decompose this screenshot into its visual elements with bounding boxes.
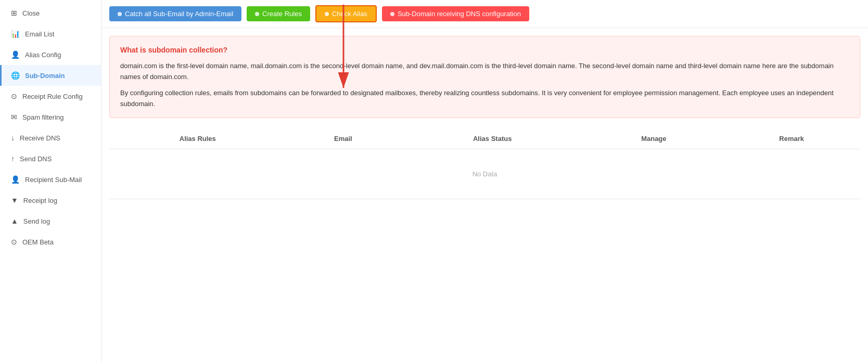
info-box: What is subdomain collection? domain.com… (109, 36, 860, 118)
sidebar-item-sub-domain[interactable]: 🌐 Sub-Domain (0, 65, 101, 86)
user-icon: 👤 (11, 50, 20, 59)
sidebar-item-spam-filter[interactable]: ✉ Spam filtering (0, 107, 101, 127)
check-alias-dot (325, 12, 329, 16)
oem-icon: ⊙ (11, 238, 17, 246)
sidebar: ⊞ Close 📊 Email List 👤 Alias Config 🌐 Su… (0, 0, 101, 362)
sidebar-item-oem[interactable]: ⊙ OEM Beta (0, 231, 101, 252)
info-paragraph-1: domain.com is the first-level domain nam… (120, 61, 849, 83)
col-email: Email (286, 128, 400, 149)
catch-all-dot (118, 12, 122, 16)
col-alias-rules: Alias Rules (109, 128, 286, 149)
alias-table: Alias Rules Email Alias Status Manage Re… (109, 128, 860, 199)
sidebar-item-send-log[interactable]: ▲ Send log (0, 211, 101, 231)
create-rules-button[interactable]: Create Rules (247, 6, 310, 21)
table-area: Alias Rules Email Alias Status Manage Re… (101, 126, 868, 362)
catch-all-button[interactable]: Catch all Sub-Email by Admin-Email (109, 6, 241, 21)
info-paragraph-2: By configuring collection rules, emails … (120, 88, 849, 110)
grid-icon: ⊞ (11, 9, 17, 17)
sidebar-item-receive-dns[interactable]: ↓ Receive DNS (0, 127, 101, 148)
sub-domain-dns-dot (390, 12, 394, 16)
chart-icon: 📊 (11, 30, 20, 38)
chevron-up-icon: ▲ (11, 217, 18, 225)
globe-icon: 🌐 (11, 71, 20, 80)
check-alias-button[interactable]: Check Alias (315, 5, 377, 22)
info-title: What is subdomain collection? (120, 44, 849, 56)
sidebar-item-receipt-rule[interactable]: ⊙ Receipt Rule Config (0, 86, 101, 107)
col-remark: Remark (723, 128, 860, 149)
col-alias-status: Alias Status (400, 128, 584, 149)
mail-icon: ✉ (11, 113, 17, 121)
table-header-row: Alias Rules Email Alias Status Manage Re… (109, 128, 860, 149)
person-icon: 👤 (11, 175, 20, 184)
sidebar-item-close[interactable]: ⊞ Close (0, 3, 101, 23)
up-arrow-icon: ↑ (11, 154, 15, 163)
sub-domain-dns-button[interactable]: Sub-Domain receiving DNS configuration (382, 6, 529, 21)
chevron-down-icon: ▼ (11, 196, 18, 204)
sidebar-item-send-dns[interactable]: ↑ Send DNS (0, 148, 101, 169)
sidebar-item-recipient-sub[interactable]: 👤 Recipient Sub-Mail (0, 169, 101, 190)
sidebar-item-email-list[interactable]: 📊 Email List (0, 23, 101, 44)
no-data-cell: No Data (109, 149, 860, 199)
toolbar: Catch all Sub-Email by Admin-Email Creat… (101, 0, 868, 28)
no-data-row: No Data (109, 149, 860, 199)
sidebar-item-alias-config[interactable]: 👤 Alias Config (0, 44, 101, 65)
sidebar-item-receipt-log[interactable]: ▼ Receipt log (0, 190, 101, 211)
down-arrow-icon: ↓ (11, 134, 15, 142)
col-manage: Manage (584, 128, 723, 149)
content-wrapper: What is subdomain collection? domain.com… (101, 28, 868, 126)
main-content: Catch all Sub-Email by Admin-Email Creat… (101, 0, 868, 362)
create-rules-dot (255, 12, 259, 16)
circle-icon: ⊙ (11, 92, 17, 100)
